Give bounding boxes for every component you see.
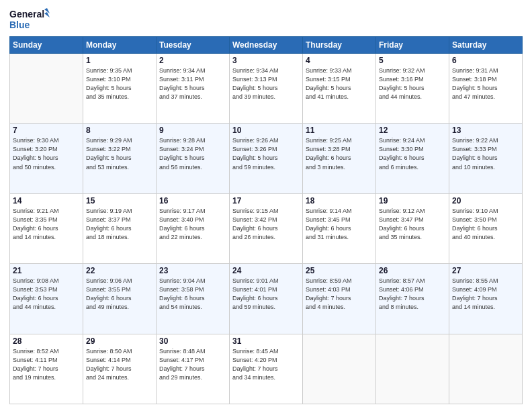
day-info: Sunrise: 9:25 AM Sunset: 3:28 PM Dayligh…	[306, 136, 373, 171]
calendar-cell: 12Sunrise: 9:24 AM Sunset: 3:30 PM Dayli…	[376, 124, 449, 193]
calendar-cell: 1Sunrise: 9:35 AM Sunset: 3:10 PM Daylig…	[83, 54, 157, 124]
calendar-cell: 22Sunrise: 9:06 AM Sunset: 3:55 PM Dayli…	[83, 264, 157, 334]
day-number: 23	[159, 266, 226, 275]
day-info: Sunrise: 9:12 AM Sunset: 3:47 PM Dayligh…	[379, 207, 446, 242]
day-number: 30	[159, 336, 226, 346]
day-number: 29	[86, 336, 153, 346]
day-info: Sunrise: 9:31 AM Sunset: 3:18 PM Dayligh…	[452, 66, 519, 101]
day-info: Sunrise: 9:01 AM Sunset: 4:01 PM Dayligh…	[232, 277, 300, 312]
day-number: 1	[86, 56, 153, 65]
calendar-week-0: 1Sunrise: 9:35 AM Sunset: 3:10 PM Daylig…	[10, 54, 523, 124]
logo: General Blue	[9, 7, 50, 32]
calendar-cell: 16Sunrise: 9:17 AM Sunset: 3:40 PM Dayli…	[157, 193, 230, 263]
weekday-saturday: Saturday	[449, 37, 523, 54]
day-number: 20	[452, 196, 519, 205]
day-number: 27	[452, 266, 519, 275]
day-number: 24	[232, 266, 300, 275]
header: General Blue	[9, 7, 523, 32]
calendar-cell	[303, 334, 376, 404]
day-number: 22	[86, 266, 153, 275]
day-info: Sunrise: 9:15 AM Sunset: 3:42 PM Dayligh…	[232, 207, 300, 242]
day-number: 14	[13, 196, 80, 205]
day-number: 16	[159, 196, 226, 205]
weekday-monday: Monday	[83, 37, 157, 54]
calendar-cell: 8Sunrise: 9:29 AM Sunset: 3:22 PM Daylig…	[83, 124, 157, 193]
day-number: 11	[306, 126, 373, 135]
calendar-cell: 5Sunrise: 9:32 AM Sunset: 3:16 PM Daylig…	[376, 54, 449, 124]
calendar-cell	[376, 334, 449, 404]
weekday-header-row: SundayMondayTuesdayWednesdayThursdayFrid…	[10, 37, 523, 54]
day-number: 12	[379, 126, 446, 135]
calendar-cell: 28Sunrise: 8:52 AM Sunset: 4:11 PM Dayli…	[10, 334, 83, 404]
day-number: 5	[379, 56, 446, 65]
day-number: 6	[452, 56, 519, 65]
calendar-cell: 9Sunrise: 9:28 AM Sunset: 3:24 PM Daylig…	[157, 124, 230, 193]
calendar-cell: 11Sunrise: 9:25 AM Sunset: 3:28 PM Dayli…	[303, 124, 376, 193]
calendar-cell: 13Sunrise: 9:22 AM Sunset: 3:33 PM Dayli…	[449, 124, 523, 193]
day-number: 15	[86, 196, 153, 205]
day-info: Sunrise: 8:55 AM Sunset: 4:09 PM Dayligh…	[452, 277, 519, 312]
calendar-cell	[449, 334, 523, 404]
weekday-thursday: Thursday	[303, 37, 376, 54]
page: General Blue SundayMondayTuesdayWednesda…	[0, 0, 532, 411]
day-info: Sunrise: 8:45 AM Sunset: 4:20 PM Dayligh…	[232, 347, 300, 382]
weekday-wednesday: Wednesday	[230, 37, 303, 54]
calendar-cell: 27Sunrise: 8:55 AM Sunset: 4:09 PM Dayli…	[449, 264, 523, 334]
svg-marker-3	[44, 12, 50, 17]
day-info: Sunrise: 9:04 AM Sunset: 3:58 PM Dayligh…	[159, 277, 226, 312]
calendar-cell: 23Sunrise: 9:04 AM Sunset: 3:58 PM Dayli…	[157, 264, 230, 334]
calendar-cell: 20Sunrise: 9:10 AM Sunset: 3:50 PM Dayli…	[449, 193, 523, 263]
svg-text:Blue: Blue	[9, 19, 30, 30]
calendar-cell	[10, 54, 83, 124]
day-info: Sunrise: 9:33 AM Sunset: 3:15 PM Dayligh…	[306, 66, 373, 101]
day-number: 17	[232, 196, 300, 205]
weekday-sunday: Sunday	[10, 37, 83, 54]
calendar-week-3: 21Sunrise: 9:08 AM Sunset: 3:53 PM Dayli…	[10, 264, 523, 334]
day-info: Sunrise: 9:30 AM Sunset: 3:20 PM Dayligh…	[13, 136, 80, 171]
day-number: 21	[13, 266, 80, 275]
calendar-week-2: 14Sunrise: 9:21 AM Sunset: 3:35 PM Dayli…	[10, 193, 523, 263]
day-info: Sunrise: 9:32 AM Sunset: 3:16 PM Dayligh…	[379, 66, 446, 101]
day-number: 3	[232, 56, 300, 65]
calendar-week-4: 28Sunrise: 8:52 AM Sunset: 4:11 PM Dayli…	[10, 334, 523, 404]
day-number: 13	[452, 126, 519, 135]
calendar-cell: 19Sunrise: 9:12 AM Sunset: 3:47 PM Dayli…	[376, 193, 449, 263]
calendar-table: SundayMondayTuesdayWednesdayThursdayFrid…	[9, 36, 523, 404]
calendar-cell: 15Sunrise: 9:19 AM Sunset: 3:37 PM Dayli…	[83, 193, 157, 263]
calendar-week-1: 7Sunrise: 9:30 AM Sunset: 3:20 PM Daylig…	[10, 124, 523, 193]
day-number: 26	[379, 266, 446, 275]
day-info: Sunrise: 9:26 AM Sunset: 3:26 PM Dayligh…	[232, 136, 300, 171]
calendar-cell: 4Sunrise: 9:33 AM Sunset: 3:15 PM Daylig…	[303, 54, 376, 124]
day-info: Sunrise: 9:21 AM Sunset: 3:35 PM Dayligh…	[13, 207, 80, 242]
day-number: 4	[306, 56, 373, 65]
calendar-cell: 25Sunrise: 8:59 AM Sunset: 4:03 PM Dayli…	[303, 264, 376, 334]
day-info: Sunrise: 8:48 AM Sunset: 4:17 PM Dayligh…	[159, 347, 226, 382]
day-info: Sunrise: 8:57 AM Sunset: 4:06 PM Dayligh…	[379, 277, 446, 312]
day-number: 8	[86, 126, 153, 135]
day-number: 10	[232, 126, 300, 135]
calendar-cell: 7Sunrise: 9:30 AM Sunset: 3:20 PM Daylig…	[10, 124, 83, 193]
day-number: 2	[159, 56, 226, 65]
logo-svg: General Blue	[9, 7, 50, 32]
day-info: Sunrise: 9:24 AM Sunset: 3:30 PM Dayligh…	[379, 136, 446, 171]
calendar-cell: 29Sunrise: 8:50 AM Sunset: 4:14 PM Dayli…	[83, 334, 157, 404]
day-info: Sunrise: 9:34 AM Sunset: 3:13 PM Dayligh…	[232, 66, 300, 101]
calendar-cell: 31Sunrise: 8:45 AM Sunset: 4:20 PM Dayli…	[230, 334, 303, 404]
calendar-cell: 14Sunrise: 9:21 AM Sunset: 3:35 PM Dayli…	[10, 193, 83, 263]
day-number: 31	[232, 336, 300, 346]
calendar-cell: 24Sunrise: 9:01 AM Sunset: 4:01 PM Dayli…	[230, 264, 303, 334]
calendar-cell: 21Sunrise: 9:08 AM Sunset: 3:53 PM Dayli…	[10, 264, 83, 334]
calendar-cell: 2Sunrise: 9:34 AM Sunset: 3:11 PM Daylig…	[157, 54, 230, 124]
day-info: Sunrise: 8:52 AM Sunset: 4:11 PM Dayligh…	[13, 347, 80, 382]
day-number: 19	[379, 196, 446, 205]
day-info: Sunrise: 9:08 AM Sunset: 3:53 PM Dayligh…	[13, 277, 80, 312]
day-number: 18	[306, 196, 373, 205]
day-number: 25	[306, 266, 373, 275]
calendar-cell: 30Sunrise: 8:48 AM Sunset: 4:17 PM Dayli…	[157, 334, 230, 404]
calendar-cell: 26Sunrise: 8:57 AM Sunset: 4:06 PM Dayli…	[376, 264, 449, 334]
day-info: Sunrise: 9:28 AM Sunset: 3:24 PM Dayligh…	[159, 136, 226, 171]
day-info: Sunrise: 9:29 AM Sunset: 3:22 PM Dayligh…	[86, 136, 153, 171]
svg-text:General: General	[9, 9, 44, 19]
day-info: Sunrise: 9:22 AM Sunset: 3:33 PM Dayligh…	[452, 136, 519, 171]
day-info: Sunrise: 9:14 AM Sunset: 3:45 PM Dayligh…	[306, 207, 373, 242]
